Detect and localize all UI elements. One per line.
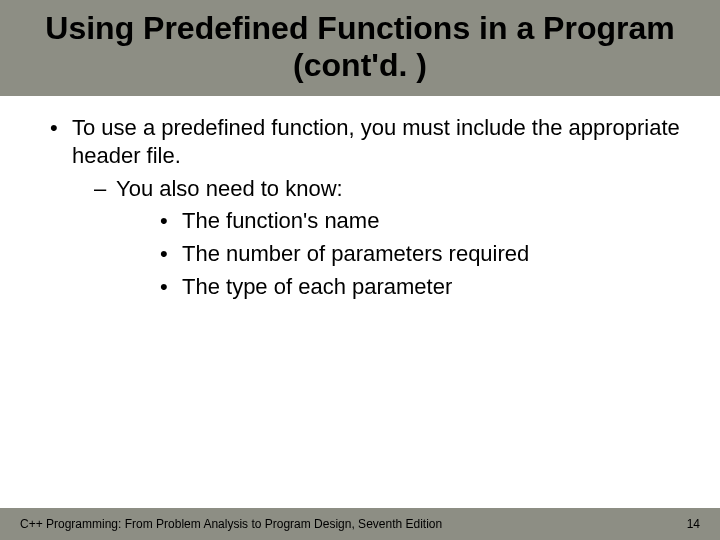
list-item: The number of parameters required bbox=[116, 240, 680, 269]
slide-title: Using Predefined Functions in a Program … bbox=[0, 10, 720, 84]
list-item: The function's name bbox=[116, 207, 680, 236]
list-item: To use a predefined function, you must i… bbox=[50, 114, 680, 302]
slide: Using Predefined Functions in a Program … bbox=[0, 0, 720, 540]
bullet-list-level1: To use a predefined function, you must i… bbox=[50, 114, 680, 302]
bullet-list-level3: The function's name The number of parame… bbox=[116, 207, 680, 301]
slide-body: To use a predefined function, you must i… bbox=[0, 96, 720, 508]
bullet-list-level2: You also need to know: The function's na… bbox=[72, 175, 680, 301]
list-item-text: The function's name bbox=[182, 208, 379, 233]
list-item-text: You also need to know: bbox=[116, 176, 343, 201]
list-item-text: The number of parameters required bbox=[182, 241, 529, 266]
list-item-text: To use a predefined function, you must i… bbox=[72, 115, 680, 169]
footer-bar: C++ Programming: From Problem Analysis t… bbox=[0, 508, 720, 540]
list-item-text: The type of each parameter bbox=[182, 274, 452, 299]
list-item: You also need to know: The function's na… bbox=[72, 175, 680, 301]
footer-text: C++ Programming: From Problem Analysis t… bbox=[20, 517, 442, 531]
slide-number: 14 bbox=[687, 517, 700, 531]
list-item: The type of each parameter bbox=[116, 273, 680, 302]
title-bar: Using Predefined Functions in a Program … bbox=[0, 0, 720, 96]
